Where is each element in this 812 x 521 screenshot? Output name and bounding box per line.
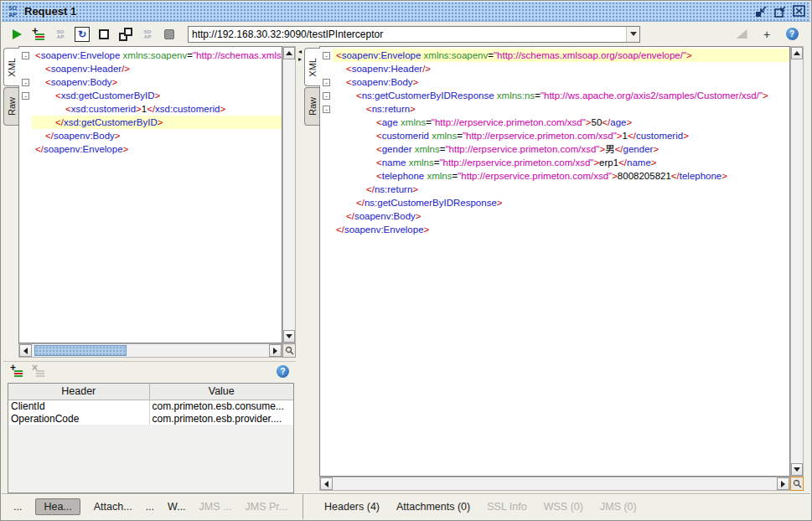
response-bottom-tabs: Headers (4)Attachments (0)SSL InfoWSS (0… — [291, 501, 637, 513]
xml-code-line: <gender xmlns="http://erpservice.primeto… — [320, 142, 789, 156]
clone-request-button[interactable] — [117, 26, 134, 43]
bottom-tab[interactable]: ... — [146, 501, 154, 513]
header-row[interactable]: ClientIdcom.primeton.esb.consume... — [8, 400, 293, 412]
add-header-button[interactable]: + — [10, 366, 23, 378]
header-column-title[interactable]: Header — [8, 384, 149, 400]
request-vertical-scrollbar[interactable] — [282, 46, 296, 343]
xml-code-line: <xsd:customerid>1</xsd:customerid> — [19, 102, 282, 116]
bottom-tab[interactable]: Attach... — [94, 501, 132, 513]
fold-toggle-icon[interactable]: - — [323, 92, 330, 100]
xml-code-line: </ns:return> — [320, 183, 789, 196]
fold-toggle-icon[interactable]: - — [323, 79, 330, 86]
endpoint-url-combo[interactable] — [188, 26, 640, 43]
fold-toggle-icon[interactable]: - — [22, 92, 29, 100]
header-cell[interactable]: com.primeton.esb.provider.... — [149, 412, 293, 425]
restore-window-icon[interactable] — [753, 5, 768, 18]
response-xml-editor[interactable]: -<soapenv:Envelope xmlns:soapenv="http:/… — [319, 46, 790, 477]
collapse-left-icon[interactable]: ◂ — [298, 48, 302, 55]
fold-toggle-icon[interactable]: - — [323, 106, 330, 113]
soap-action-icon[interactable]: SOAP — [139, 26, 156, 43]
maximize-window-icon[interactable] — [773, 5, 788, 18]
fold-toggle-icon[interactable]: - — [22, 52, 29, 59]
window-title: Request 1 — [24, 5, 76, 18]
fold-gutter: - — [19, 75, 32, 89]
scroll-down-icon[interactable] — [791, 463, 803, 476]
refresh-toggle-button[interactable]: ↻ — [74, 26, 91, 43]
view-tab-label: XML — [7, 58, 17, 77]
scroll-left-icon[interactable] — [19, 344, 32, 357]
header-cell[interactable]: com.primeton.esb.consume... — [149, 400, 293, 412]
view-tab-raw[interactable]: Raw — [304, 87, 319, 126]
xml-code-line: <telephone xmlns="http://erpservice.prim… — [320, 169, 789, 183]
request-headers-table[interactable]: Header Value ClientIdcom.primeton.esb.co… — [8, 383, 294, 493]
request-window: SOAP Request 1 + SOAP ↻ — [0, 0, 812, 521]
view-tab-label: Raw — [308, 97, 318, 116]
view-tab-raw[interactable]: Raw — [3, 87, 18, 126]
headers-toolbar: + × ? — [3, 361, 296, 381]
scroll-up-icon[interactable] — [791, 47, 803, 59]
header-row[interactable]: OperationCodecom.primeton.esb.provider..… — [8, 412, 293, 425]
add-endpoint-icon[interactable]: + — [758, 26, 775, 43]
fold-gutter — [320, 183, 333, 196]
xml-code-line: </soapenv:Envelope> — [320, 223, 789, 236]
scroll-up-icon[interactable] — [283, 47, 295, 59]
request-horizontal-scrollbar[interactable] — [18, 343, 282, 358]
recreate-request-icon[interactable]: SOAP — [52, 26, 69, 43]
value-column-title[interactable]: Value — [149, 384, 293, 400]
scroll-down-icon[interactable] — [283, 330, 295, 343]
fold-gutter: - — [19, 89, 32, 102]
fold-gutter — [320, 62, 333, 75]
remove-header-button: × — [32, 366, 45, 378]
title-bar[interactable]: SOAP Request 1 — [2, 2, 810, 22]
fold-toggle-icon[interactable]: - — [22, 79, 29, 86]
bottom-tab: JMS ... — [199, 501, 232, 513]
fold-gutter — [320, 142, 333, 156]
headers-help-icon[interactable]: ? — [277, 365, 289, 378]
xml-code-line: <customerid xmlns="http://erpservice.pri… — [320, 129, 789, 142]
fold-gutter — [19, 129, 32, 142]
help-icon[interactable]: ? — [784, 26, 800, 43]
header-cell[interactable]: OperationCode — [8, 412, 149, 425]
fold-gutter — [320, 223, 333, 236]
fold-gutter — [19, 102, 32, 116]
fold-toggle-icon[interactable]: - — [323, 52, 330, 59]
fold-gutter: - — [19, 49, 32, 62]
bottom-tab[interactable]: W... — [168, 501, 186, 513]
endpoint-url-input[interactable] — [189, 28, 626, 40]
view-tab-xml[interactable]: XML — [3, 48, 19, 86]
scroll-right-icon[interactable] — [777, 477, 789, 490]
response-view-tabs: XMLRaw — [304, 48, 319, 126]
header-cell[interactable]: ClientId — [8, 400, 149, 412]
bottom-tab[interactable]: Hea... — [35, 498, 80, 515]
fold-gutter — [19, 142, 32, 156]
xml-code-line: </soapenv:Body> — [19, 129, 282, 142]
endpoint-dropdown-arrow-icon[interactable] — [626, 27, 639, 42]
bottom-tab[interactable]: ... — [13, 501, 22, 513]
view-tab-label: XML — [308, 58, 318, 77]
bottom-tab[interactable]: Headers (4) — [324, 501, 380, 513]
scroll-left-icon[interactable] — [320, 477, 333, 490]
bottom-tab: WSS (0) — [544, 501, 583, 513]
bottom-tab[interactable]: Attachments (0) — [396, 501, 470, 513]
request-xml-editor[interactable]: -<soapenv:Envelope xmlns:soapenv="http:/… — [18, 46, 282, 343]
split-pane-divider[interactable]: ◂ ▸ — [296, 46, 304, 493]
add-to-testcase-button[interactable]: + — [30, 26, 47, 43]
close-window-icon[interactable] — [792, 5, 807, 18]
response-horizontal-scrollbar[interactable] — [319, 477, 790, 491]
collapse-right-icon[interactable]: ▸ — [298, 55, 302, 63]
response-magnifier-icon[interactable] — [790, 477, 804, 491]
response-vertical-scrollbar[interactable] — [790, 46, 804, 477]
scroll-right-icon[interactable] — [269, 344, 282, 357]
fold-gutter: - — [320, 49, 333, 62]
request-magnifier-icon[interactable] — [282, 343, 296, 358]
scrollbar-thumb[interactable] — [34, 345, 127, 356]
xml-code-line: <age xmlns="http://erpservice.primeton.c… — [320, 116, 789, 129]
fold-gutter — [320, 156, 333, 169]
submit-request-button[interactable] — [8, 26, 25, 43]
bottom-tab-bar: ...Hea...Attach......W...JMS ...JMS Pr..… — [2, 493, 810, 519]
view-tab-xml[interactable]: XML — [304, 48, 320, 86]
clear-button[interactable] — [96, 26, 112, 43]
fold-gutter — [320, 116, 333, 129]
xml-code-line: -<xsd:getCustomerByID> — [19, 89, 282, 102]
cancel-request-button — [161, 26, 178, 43]
